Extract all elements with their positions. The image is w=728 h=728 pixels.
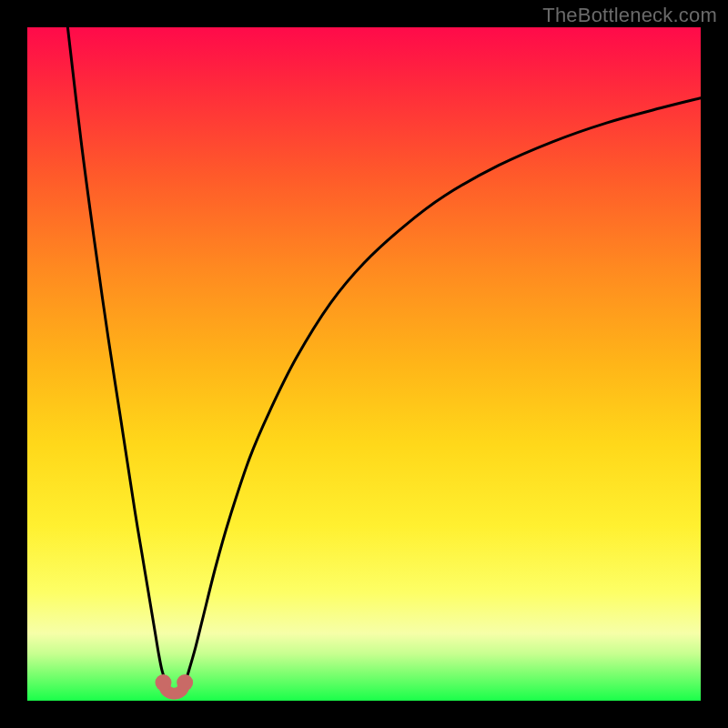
curve-layer: [27, 27, 701, 701]
chart-frame: TheBottleneck.com: [0, 0, 728, 728]
marker-trough-right: [177, 674, 193, 691]
plot-area: [27, 27, 701, 701]
curve-left-branch: [67, 27, 168, 684]
watermark-text: TheBottleneck.com: [542, 4, 717, 27]
marker-trough-left: [155, 674, 171, 691]
curve-right-branch: [182, 98, 701, 684]
